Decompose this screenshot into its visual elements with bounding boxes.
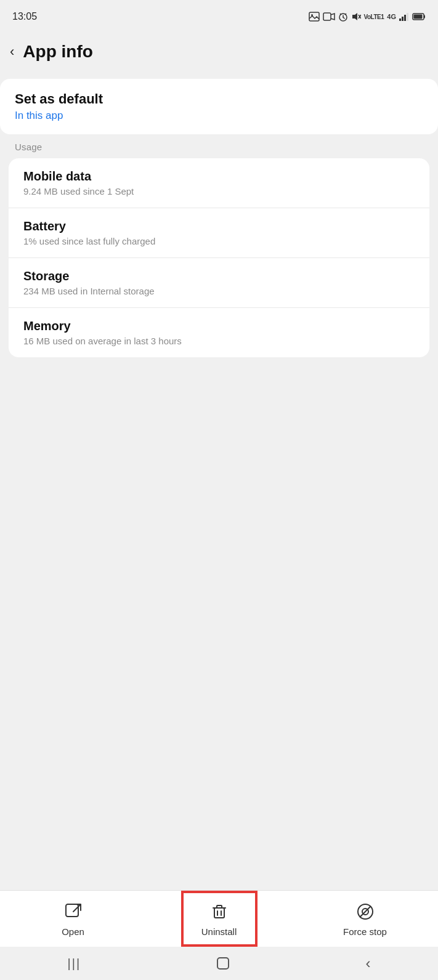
page-title: App info — [23, 42, 93, 62]
open-label: Open — [62, 926, 84, 937]
svg-rect-17 — [414, 15, 423, 19]
content-area: Set as default In this app Usage Mobile … — [0, 79, 438, 458]
set-as-default-card[interactable]: Set as default In this app — [0, 79, 438, 134]
back-button[interactable]: ‹ — [10, 44, 14, 60]
force-stop-icon — [354, 901, 376, 923]
memory-item[interactable]: Memory 16 MB used on average in last 3 h… — [9, 308, 429, 357]
uninstall-button[interactable]: Uninstall — [182, 892, 256, 946]
bottom-action-bar: Open Uninstall Force stop — [0, 890, 438, 947]
app-info-header: ‹ App info — [0, 31, 438, 73]
mobile-data-item[interactable]: Mobile data 9.24 MB used since 1 Sept — [9, 158, 429, 208]
open-icon — [62, 901, 84, 923]
signal-icon — [399, 12, 409, 21]
nav-home-icon[interactable] — [216, 956, 230, 971]
video-icon — [323, 12, 335, 21]
svg-line-19 — [73, 905, 80, 912]
svg-rect-0 — [309, 12, 319, 21]
svg-rect-14 — [407, 13, 408, 21]
svg-line-5 — [343, 17, 344, 18]
nav-menu-icon[interactable]: ||| — [68, 957, 81, 971]
svg-rect-13 — [404, 15, 406, 21]
status-icons: VoLTE1 4G — [309, 12, 426, 22]
open-button[interactable]: Open — [36, 901, 110, 937]
svg-rect-12 — [402, 17, 404, 21]
mobile-data-title: Mobile data — [23, 169, 415, 184]
mute-icon — [351, 12, 361, 22]
svg-rect-18 — [66, 904, 78, 917]
battery-icon — [412, 12, 426, 21]
svg-rect-16 — [424, 15, 425, 18]
nav-bar: ||| ‹ — [0, 947, 438, 980]
storage-subtitle: 234 MB used in Internal storage — [23, 286, 415, 296]
status-bar: 13:05 VoLTE1 4G — [0, 0, 438, 31]
battery-subtitle: 1% used since last fully charged — [23, 236, 415, 246]
alarm-icon — [338, 12, 348, 22]
usage-section-label: Usage — [0, 134, 438, 156]
force-stop-button[interactable]: Force stop — [328, 901, 402, 937]
nav-back-icon[interactable]: ‹ — [365, 955, 370, 972]
memory-subtitle: 16 MB used on average in last 3 hours — [23, 336, 415, 346]
storage-title: Storage — [23, 269, 415, 283]
4g-icon: 4G — [387, 13, 396, 20]
battery-title: Battery — [23, 219, 415, 233]
status-time: 13:05 — [12, 11, 37, 22]
image-icon — [309, 12, 320, 22]
uninstall-icon — [208, 901, 230, 923]
usage-card: Mobile data 9.24 MB used since 1 Sept Ba… — [9, 158, 429, 357]
svg-rect-11 — [399, 18, 401, 21]
set-as-default-title: Set as default — [15, 91, 423, 107]
force-stop-label: Force stop — [343, 926, 387, 937]
set-as-default-subtitle: In this app — [15, 110, 423, 122]
svg-marker-8 — [352, 13, 357, 20]
memory-title: Memory — [23, 319, 415, 333]
svg-rect-2 — [323, 13, 331, 20]
svg-rect-20 — [214, 908, 224, 918]
mobile-data-subtitle: 9.24 MB used since 1 Sept — [23, 186, 415, 196]
storage-item[interactable]: Storage 234 MB used in Internal storage — [9, 258, 429, 308]
svg-rect-26 — [217, 958, 229, 969]
volte-icon: VoLTE1 — [364, 14, 384, 20]
battery-item[interactable]: Battery 1% used since last fully charged — [9, 208, 429, 258]
uninstall-label: Uninstall — [201, 926, 237, 937]
